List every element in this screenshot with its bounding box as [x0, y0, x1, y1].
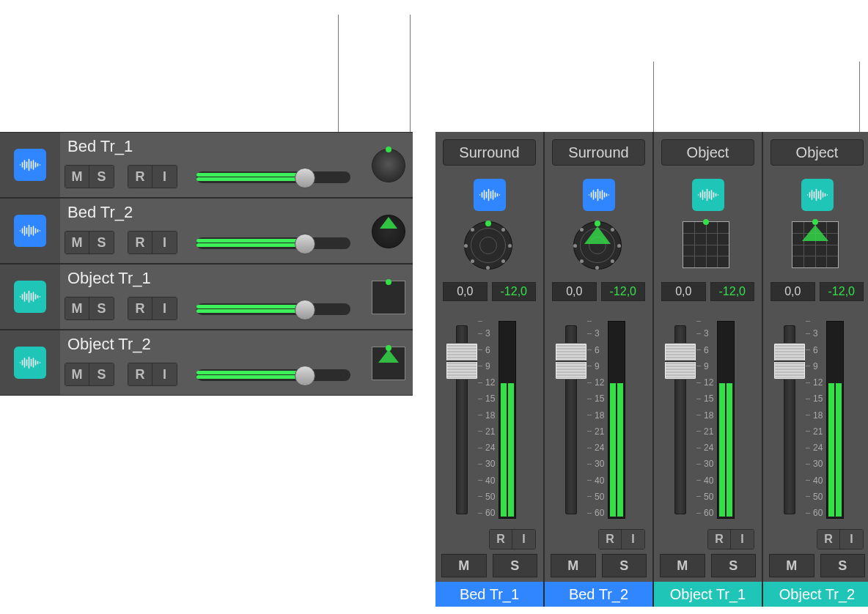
input-monitor-button[interactable]: I	[152, 165, 177, 188]
pan-readout[interactable]: 0,0	[552, 282, 597, 301]
record-enable-button[interactable]: R	[817, 529, 840, 550]
channel-name[interactable]: Object Tr_1	[654, 582, 762, 607]
fader-area: 369121518212430405060	[763, 317, 868, 522]
volume-slider[interactable]	[196, 300, 350, 319]
gain-readout[interactable]: -12,0	[601, 282, 646, 301]
track-type-icon[interactable]	[801, 179, 834, 211]
volume-slider[interactable]	[196, 234, 350, 253]
mute-button[interactable]: M	[441, 554, 487, 577]
scale-tick: 15	[806, 394, 823, 403]
gain-readout[interactable]: -12,0	[710, 282, 755, 301]
scale-tick: 3	[478, 329, 495, 338]
record-enable-button[interactable]: R	[489, 529, 512, 550]
scale-tick: 40	[806, 476, 823, 485]
scale-tick: 30	[806, 459, 823, 468]
object-panner[interactable]	[792, 221, 839, 268]
track-row[interactable]: Object Tr_1MSRI	[0, 264, 413, 330]
track-name[interactable]: Bed Tr_2	[67, 203, 133, 222]
track-icon[interactable]	[14, 215, 46, 247]
volume-slider[interactable]	[196, 366, 350, 385]
volume-slider[interactable]	[196, 168, 350, 187]
pan-readout[interactable]: 0,0	[443, 282, 488, 301]
record-enable-button[interactable]: R	[128, 297, 152, 320]
track-type-icon[interactable]	[474, 179, 506, 211]
track-name[interactable]: Object Tr_2	[67, 335, 151, 354]
solo-button[interactable]: S	[711, 554, 757, 577]
solo-button[interactable]: S	[602, 554, 647, 577]
pan-readout[interactable]: 0,0	[661, 282, 706, 301]
object-panner-mini[interactable]	[372, 281, 405, 314]
mute-solo-group: MS	[65, 297, 114, 320]
track-name[interactable]: Bed Tr_1	[67, 137, 133, 156]
record-enable-button[interactable]: R	[128, 363, 152, 386]
output-mode-button[interactable]: Surround	[443, 139, 536, 166]
track-name[interactable]: Object Tr_1	[67, 269, 151, 288]
track-row[interactable]: Object Tr_2MSRI	[0, 330, 413, 396]
output-mode-button[interactable]: Object	[661, 139, 754, 166]
solo-button[interactable]: S	[89, 231, 114, 254]
track-icon[interactable]	[14, 281, 46, 313]
gain-readout[interactable]: -12,0	[820, 282, 864, 301]
ri-row: RI	[435, 529, 543, 550]
scale-tick: 12	[587, 378, 604, 387]
scale-tick: 60	[696, 508, 713, 517]
scale-tick: 40	[696, 476, 713, 485]
input-monitor-button[interactable]: I	[152, 297, 177, 320]
fader-handle[interactable]	[664, 343, 696, 380]
solo-button[interactable]: S	[493, 554, 538, 577]
track-chip-wrap	[0, 199, 60, 263]
input-monitor-button[interactable]: I	[512, 529, 536, 550]
input-monitor-button[interactable]: I	[840, 529, 864, 550]
surround-panner[interactable]	[573, 221, 622, 270]
channel-name[interactable]: Bed Tr_1	[435, 582, 543, 607]
scale-tick: 60	[587, 508, 604, 517]
track-type-icon[interactable]	[692, 179, 724, 211]
solo-button[interactable]: S	[89, 363, 114, 386]
record-enable-button[interactable]: R	[707, 529, 731, 550]
channel-name[interactable]: Bed Tr_2	[545, 582, 652, 607]
output-mode-button[interactable]: Object	[770, 139, 864, 166]
channel-name[interactable]: Object Tr_2	[763, 582, 868, 607]
output-mode-button[interactable]: Surround	[552, 139, 645, 166]
scale-tick: 15	[478, 394, 495, 403]
surround-panner[interactable]	[464, 221, 512, 270]
track-chip-wrap	[0, 330, 60, 395]
pan-knob[interactable]	[372, 149, 405, 182]
level-meter	[826, 321, 844, 519]
track-row[interactable]: Bed Tr_1MSRI	[0, 132, 413, 198]
track-icon[interactable]	[14, 347, 46, 379]
scale-tick	[696, 321, 713, 322]
fader-area: 369121518212430405060	[435, 317, 543, 522]
track-type-icon[interactable]	[583, 179, 615, 211]
scale-tick: 6	[696, 346, 713, 355]
input-monitor-button[interactable]: I	[152, 363, 177, 386]
solo-button[interactable]: S	[820, 554, 866, 577]
pan-readout[interactable]: 0,0	[770, 282, 815, 301]
fader-handle[interactable]	[773, 343, 806, 380]
solo-button[interactable]: S	[89, 165, 114, 188]
mute-button[interactable]: M	[660, 554, 705, 577]
scale-tick: 30	[478, 459, 495, 468]
mute-button[interactable]: M	[65, 363, 89, 386]
input-monitor-button[interactable]: I	[152, 231, 177, 254]
input-monitor-button[interactable]: I	[731, 529, 754, 550]
mute-button[interactable]: M	[65, 297, 89, 320]
surround-panner-mini[interactable]	[372, 215, 405, 248]
object-panner[interactable]	[683, 221, 729, 268]
mute-button[interactable]: M	[65, 165, 89, 188]
mute-button[interactable]: M	[551, 554, 596, 577]
object-panner-mini[interactable]	[372, 347, 405, 380]
solo-button[interactable]: S	[89, 297, 114, 320]
mute-button[interactable]: M	[65, 231, 89, 254]
input-monitor-button[interactable]: I	[622, 529, 645, 550]
record-input-group: RI	[128, 297, 177, 320]
fader-handle[interactable]	[446, 343, 478, 380]
track-row[interactable]: Bed Tr_2MSRI	[0, 198, 413, 264]
gain-readout[interactable]: -12,0	[492, 282, 537, 301]
record-enable-button[interactable]: R	[598, 529, 622, 550]
track-icon[interactable]	[14, 149, 46, 181]
record-enable-button[interactable]: R	[128, 165, 152, 188]
mute-button[interactable]: M	[769, 554, 814, 577]
record-enable-button[interactable]: R	[128, 231, 152, 254]
fader-handle[interactable]	[555, 343, 587, 380]
